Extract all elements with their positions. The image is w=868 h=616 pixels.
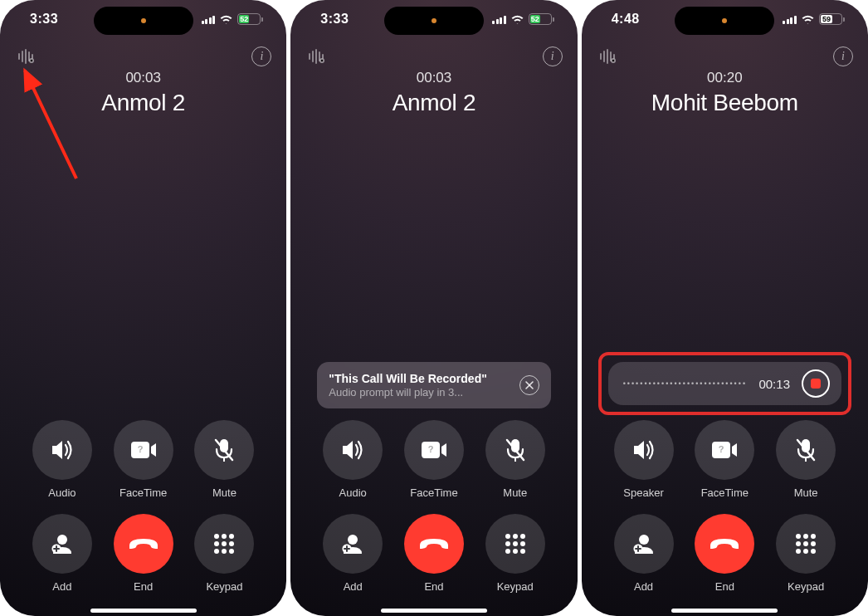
record-icon[interactable] xyxy=(597,45,620,68)
status-time: 3:33 xyxy=(320,12,349,27)
end-label: End xyxy=(424,580,443,593)
mute-label: Mute xyxy=(212,486,237,499)
call-header: 00:20Mohit Beebom xyxy=(582,68,868,116)
svg-point-33 xyxy=(321,60,324,62)
speaker-button[interactable] xyxy=(614,420,674,480)
add-cell: Add xyxy=(603,514,685,593)
recording-duration: 00:13 xyxy=(758,377,790,391)
keypad-label: Keypad xyxy=(788,580,824,593)
add-cell: Add xyxy=(22,514,103,593)
status-right: 52 xyxy=(492,13,554,25)
end-button[interactable] xyxy=(114,514,173,574)
mute-cell: Mute xyxy=(475,420,556,499)
home-indicator[interactable] xyxy=(671,609,778,613)
mute-cell: Mute xyxy=(184,420,266,499)
svg-point-76 xyxy=(803,541,808,546)
call-top-bar: i xyxy=(582,38,868,68)
svg-rect-65 xyxy=(805,457,807,462)
call-duration: 00:20 xyxy=(582,70,868,86)
home-indicator[interactable] xyxy=(381,609,487,613)
battery-icon: 52 xyxy=(529,13,554,25)
svg-point-50 xyxy=(513,541,518,546)
add-button[interactable] xyxy=(32,514,92,574)
svg-point-74 xyxy=(811,534,816,539)
record-icon[interactable] xyxy=(15,45,38,68)
svg-point-54 xyxy=(520,549,525,554)
end-cell: End xyxy=(684,514,765,593)
svg-point-46 xyxy=(505,534,510,539)
svg-point-19 xyxy=(222,534,227,539)
dynamic-island[interactable] xyxy=(384,7,484,35)
call-duration: 00:03 xyxy=(290,70,577,86)
svg-point-51 xyxy=(520,541,525,546)
keypad-button[interactable] xyxy=(485,514,545,574)
dynamic-island[interactable] xyxy=(94,7,193,35)
keypad-button[interactable] xyxy=(776,514,836,574)
phone-screen-1: 3:3352i00:03Anmol 2"This Call Will Be Re… xyxy=(290,0,577,616)
mute-cell: Mute xyxy=(765,420,846,499)
svg-point-47 xyxy=(513,534,518,539)
svg-point-26 xyxy=(229,549,234,554)
call-top-bar: i xyxy=(0,38,286,68)
mute-button[interactable] xyxy=(485,420,545,480)
speaker-label: Audio xyxy=(48,486,76,499)
speaker-label: Audio xyxy=(339,486,367,499)
status-time: 3:33 xyxy=(30,12,58,27)
wifi-icon xyxy=(219,14,233,24)
facetime-button[interactable]: ? xyxy=(404,420,464,480)
mute-label: Mute xyxy=(794,486,818,499)
call-button-grid: Speaker?FaceTimeMuteAddEndKeypad xyxy=(582,420,868,593)
status-right: 59 xyxy=(783,13,845,25)
svg-point-13 xyxy=(57,535,67,545)
svg-point-18 xyxy=(214,534,219,539)
wifi-icon xyxy=(510,14,524,24)
end-button[interactable] xyxy=(695,514,754,574)
end-cell: End xyxy=(103,514,184,593)
mute-button[interactable] xyxy=(776,420,836,480)
battery-icon: 52 xyxy=(237,13,263,25)
svg-rect-11 xyxy=(223,457,225,462)
svg-point-24 xyxy=(214,549,219,554)
signal-icon xyxy=(492,14,506,24)
speaker-button[interactable] xyxy=(323,420,383,480)
info-button[interactable]: i xyxy=(833,46,853,66)
svg-point-25 xyxy=(222,549,227,554)
call-header: 00:03Anmol 2 xyxy=(0,68,286,116)
keypad-button[interactable] xyxy=(194,514,254,574)
record-icon[interactable] xyxy=(305,45,329,68)
facetime-cell: ?FaceTime xyxy=(103,420,184,499)
call-header: 00:03Anmol 2 xyxy=(290,68,577,116)
info-button[interactable]: i xyxy=(543,46,563,66)
svg-point-61 xyxy=(612,60,614,62)
svg-text:?: ? xyxy=(137,444,143,454)
caller-name: Mohit Beebom xyxy=(582,90,868,116)
svg-point-80 xyxy=(811,549,816,554)
dynamic-island[interactable] xyxy=(675,7,774,35)
add-label: Add xyxy=(344,580,363,593)
battery-icon: 59 xyxy=(819,13,845,25)
caller-name: Anmol 2 xyxy=(0,90,286,116)
facetime-button[interactable]: ? xyxy=(695,420,754,480)
call-button-grid: Audio?FaceTimeMuteAddEndKeypad xyxy=(290,420,577,593)
keypad-cell: Keypad xyxy=(765,514,846,593)
home-indicator[interactable] xyxy=(90,609,197,613)
prompt-close-button[interactable] xyxy=(519,375,539,395)
svg-point-41 xyxy=(348,535,358,545)
info-button[interactable]: i xyxy=(251,46,271,66)
keypad-label: Keypad xyxy=(497,580,534,593)
caller-name: Anmol 2 xyxy=(290,90,577,116)
mute-button[interactable] xyxy=(194,420,254,480)
end-button[interactable] xyxy=(404,514,464,574)
speaker-button[interactable] xyxy=(32,420,92,480)
svg-point-20 xyxy=(229,534,234,539)
facetime-cell: ?FaceTime xyxy=(393,420,475,499)
facetime-button[interactable]: ? xyxy=(114,420,173,480)
call-top-bar: i xyxy=(290,38,577,68)
svg-point-73 xyxy=(803,534,808,539)
add-button[interactable] xyxy=(323,514,383,574)
svg-point-53 xyxy=(513,549,518,554)
svg-point-77 xyxy=(811,541,816,546)
add-button[interactable] xyxy=(614,514,674,574)
prompt-title: "This Call Will Be Recorded" xyxy=(329,372,487,385)
stop-recording-button[interactable] xyxy=(802,369,830,398)
